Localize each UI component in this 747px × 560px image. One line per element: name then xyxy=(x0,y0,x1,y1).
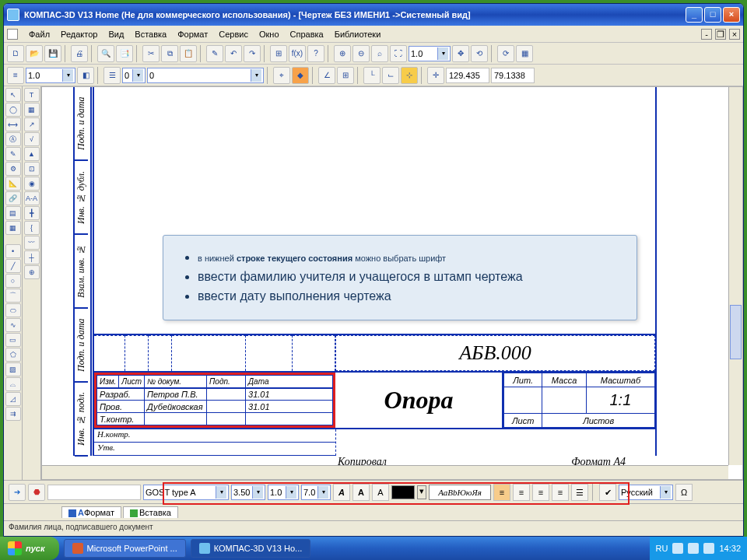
menu-view[interactable]: Вид xyxy=(103,28,128,40)
library-icon[interactable]: ⊞ xyxy=(270,45,287,62)
maximize-button[interactable]: □ xyxy=(704,7,721,23)
underline-button[interactable]: A xyxy=(372,484,389,501)
cutline-icon[interactable]: A-A xyxy=(24,191,40,205)
grid-icon[interactable]: ⊞ xyxy=(337,67,354,84)
menu-service[interactable]: Сервис xyxy=(214,28,253,40)
tol-icon[interactable]: ⊡ xyxy=(24,162,40,176)
spellcheck-button[interactable]: ✔ xyxy=(599,484,616,501)
mark-icon[interactable]: ◉ xyxy=(24,177,40,191)
redo-icon[interactable]: ↷ xyxy=(244,45,261,62)
show-all-icon[interactable]: ▦ xyxy=(516,45,533,62)
dimension-icon[interactable]: ⟷ xyxy=(5,117,21,131)
help-icon[interactable]: ? xyxy=(307,45,324,62)
text-icon[interactable]: Т xyxy=(24,88,40,102)
spec-icon[interactable]: ▤ xyxy=(5,206,21,220)
taskbar-item[interactable]: Microsoft PowerPoint ... xyxy=(64,539,186,558)
menu-insert[interactable]: Вставка xyxy=(130,28,171,40)
line-style-icon[interactable]: ≡ xyxy=(7,67,24,84)
spline-icon[interactable]: ∿ xyxy=(5,318,21,332)
preview-icon[interactable]: 🔍 xyxy=(97,45,114,62)
doc-manager-icon[interactable]: 📑 xyxy=(116,45,133,62)
refresh-icon[interactable]: ⟳ xyxy=(497,45,514,62)
zoom-prev-icon[interactable]: ⟲ xyxy=(471,45,488,62)
lang-indicator[interactable]: RU xyxy=(656,544,668,553)
brace-icon[interactable]: { xyxy=(24,221,40,235)
menu-libs[interactable]: Библиотеки xyxy=(330,28,386,40)
centerline-icon[interactable]: ┼ xyxy=(24,250,40,264)
axis-icon[interactable]: ╋ xyxy=(24,206,40,220)
pan-icon[interactable]: ✥ xyxy=(452,45,469,62)
designation-icon[interactable]: Ⓐ xyxy=(5,132,21,146)
select-icon[interactable]: ↖ xyxy=(5,88,21,102)
system-tray[interactable]: RU 14:32 xyxy=(650,537,747,560)
rough-icon[interactable]: √ xyxy=(24,132,40,146)
bold-button[interactable]: A xyxy=(352,484,370,501)
auto-axis-icon[interactable]: ⊕ xyxy=(24,265,40,279)
lang-combo[interactable]: Русский▾ xyxy=(619,485,673,500)
cursor-xy-icon[interactable]: ✛ xyxy=(427,67,444,84)
angle-icon[interactable]: ∠ xyxy=(318,67,335,84)
snap-icon[interactable]: ⌖ xyxy=(273,67,290,84)
offset-icon[interactable]: ⇉ xyxy=(5,407,21,421)
horizontal-scrollbar[interactable] xyxy=(42,465,728,479)
font-combo[interactable]: GOST type A▾ xyxy=(143,485,229,500)
part-code[interactable]: АБВ.000 xyxy=(335,335,655,371)
list-button[interactable]: ☰ xyxy=(571,484,588,501)
copy-icon[interactable]: ⧉ xyxy=(161,45,178,62)
layers-icon[interactable]: ☰ xyxy=(103,67,121,84)
geometry-icon[interactable]: ◯ xyxy=(5,103,21,117)
point-icon[interactable]: • xyxy=(5,244,21,258)
global-cs-icon[interactable]: ⌙ xyxy=(382,67,399,84)
measure-icon[interactable]: 📐 xyxy=(5,177,21,191)
menu-file[interactable]: Файл xyxy=(24,28,54,40)
rect-icon[interactable]: ▭ xyxy=(5,333,21,347)
close-button[interactable]: × xyxy=(723,7,740,23)
align-center-button[interactable]: ≡ xyxy=(513,484,530,501)
hatch-icon[interactable]: ▨ xyxy=(5,362,21,376)
properties-icon[interactable]: ✎ xyxy=(206,45,223,62)
base-icon[interactable]: ▲ xyxy=(24,147,40,161)
zoom-in-icon[interactable]: ⊕ xyxy=(334,45,351,62)
param-icon[interactable]: ⚙ xyxy=(5,162,21,176)
wave-icon[interactable]: 〰 xyxy=(24,236,40,250)
assoc-icon[interactable]: 🔗 xyxy=(5,191,21,205)
state-icon[interactable]: ◧ xyxy=(77,67,94,84)
polygon-icon[interactable]: ⬠ xyxy=(5,348,21,362)
leader-icon[interactable]: ↗ xyxy=(24,117,40,131)
print-icon[interactable]: 🖨 xyxy=(71,45,88,62)
clock[interactable]: 14:32 xyxy=(719,544,741,553)
menu-edit[interactable]: Редактор xyxy=(56,28,102,40)
zoom-fit-icon[interactable]: ⛶ xyxy=(390,45,407,62)
paste-icon[interactable]: 📋 xyxy=(180,45,197,62)
vertical-scrollbar[interactable] xyxy=(728,87,742,465)
footer-field[interactable]: Утв. xyxy=(94,443,335,456)
cut-icon[interactable]: ✂ xyxy=(142,45,160,62)
taskbar-item[interactable]: КОМПАС-3D V13 Ho... xyxy=(191,539,311,558)
report-icon[interactable]: ▦ xyxy=(5,221,21,235)
scroll-thumb[interactable] xyxy=(730,305,742,359)
zoom-combo[interactable]: 1.0▾ xyxy=(409,46,451,61)
circle-icon[interactable]: ○ xyxy=(5,274,21,288)
drawing-canvas[interactable]: Подп. и дата Инв. № дубл. Взам. инв. № П… xyxy=(41,86,743,480)
menu-format[interactable]: Формат xyxy=(173,28,212,40)
tray-icon[interactable] xyxy=(703,543,714,554)
save-icon[interactable]: 💾 xyxy=(44,45,61,62)
footer-field[interactable]: Н.контр. xyxy=(94,429,335,443)
layer-name-combo[interactable]: 0▾ xyxy=(147,68,264,83)
zoom-window-icon[interactable]: ⌕ xyxy=(371,45,388,62)
insert-symbol-button[interactable]: Ω xyxy=(675,484,693,501)
title-right[interactable]: Лит.МассаМасштаб 1:1 ЛистЛистов xyxy=(503,373,655,428)
mdi-close[interactable]: × xyxy=(729,29,740,40)
start-button[interactable]: пуск xyxy=(0,537,59,560)
align-justify-button[interactable]: ≡ xyxy=(552,484,569,501)
zoom-out-icon[interactable]: ⊖ xyxy=(352,45,370,62)
tray-icon[interactable] xyxy=(688,543,699,554)
ortho-icon[interactable]: ◆ xyxy=(292,67,309,84)
align-left-button[interactable]: ≡ xyxy=(493,484,510,501)
italic-button[interactable]: A xyxy=(333,484,350,501)
mdi-restore[interactable]: ❐ xyxy=(715,29,726,40)
scale-combo[interactable]: 1.0▾ xyxy=(26,68,75,83)
edit-icon[interactable]: ✎ xyxy=(5,147,21,161)
menu-window[interactable]: Окно xyxy=(254,28,284,40)
tab-format[interactable]: AФормат xyxy=(61,506,121,518)
